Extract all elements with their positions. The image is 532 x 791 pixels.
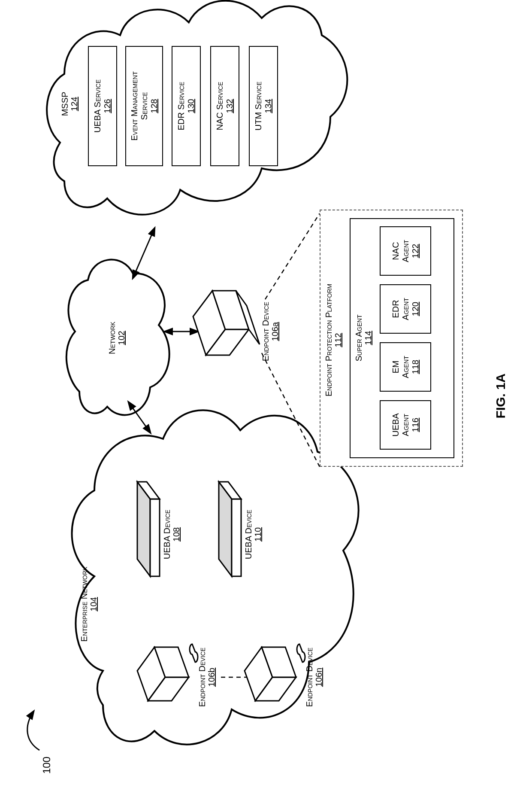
svc-event-l2: Service — [139, 92, 149, 120]
svc-edr-num: 130 — [186, 99, 196, 113]
mssp-num: 124 — [70, 74, 79, 134]
svc-edr-name: EDR Service — [176, 82, 186, 131]
svc-nac-num: 132 — [225, 99, 235, 113]
svc-event-num: 128 — [149, 99, 159, 113]
svc-edr: EDR Service 130 — [172, 46, 201, 166]
figure-caption: FIG. 1A — [493, 353, 508, 439]
svc-nac-name: NAC Service — [215, 82, 225, 131]
svc-ueba-name: UEBA Service — [93, 79, 103, 133]
mssp-name: MSSP — [60, 74, 70, 134]
svc-utm-num: 134 — [263, 99, 273, 113]
svc-event-l1: Event Management — [130, 71, 139, 141]
svc-utm: UTM Service 134 — [249, 46, 278, 166]
svc-event: Event Management Service 128 — [125, 46, 163, 166]
mssp-label: MSSP 124 — [60, 74, 79, 134]
svc-ueba-num: 126 — [103, 99, 112, 113]
svc-nac: NAC Service 132 — [210, 46, 239, 166]
svc-ueba: UEBA Service 126 — [88, 46, 117, 166]
svc-utm-name: UTM Service — [254, 82, 263, 131]
